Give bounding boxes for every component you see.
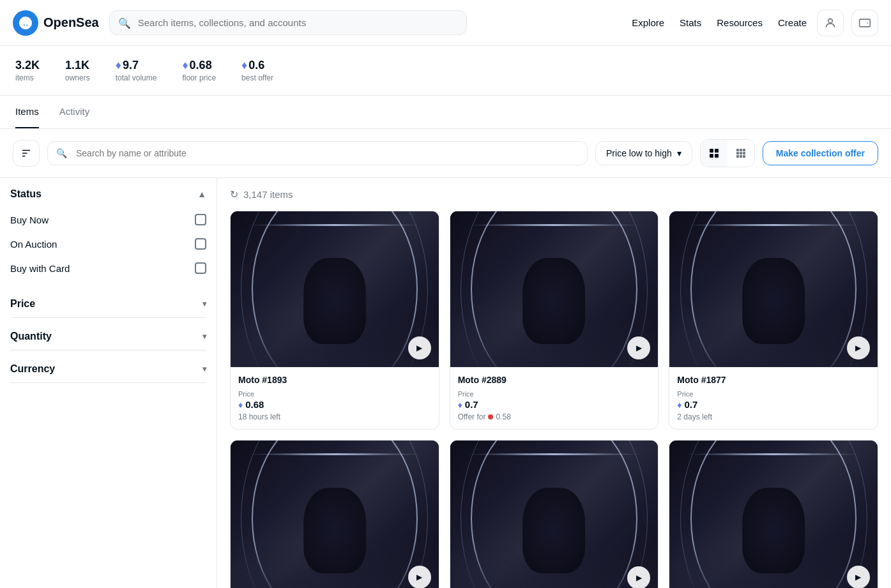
nft-name-1: Moto #2889 [458,375,651,385]
offer-label-1: Offer for [458,412,486,421]
status-title-text: Status [10,188,42,200]
filter-buy-with-card-label: Buy with Card [10,263,70,274]
svg-rect-8 [715,154,719,158]
filter-toggle-button[interactable] [13,140,40,167]
status-chevron-icon: ▲ [197,189,206,199]
price-section-header[interactable]: Price ▾ [10,290,206,318]
quantity-section-header[interactable]: Quantity ▾ [10,323,206,351]
stats-bar: 3.2K items 1.1K owners ♦9.7 total volume… [0,46,891,96]
refresh-icon[interactable]: ↻ [230,188,238,200]
main-layout: Status ▲ Buy Now On Auction Buy with Car… [0,178,891,588]
currency-section-label: Currency [10,363,55,375]
wallet-button[interactable] [851,10,878,36]
quantity-filter-section: Quantity ▾ [10,323,206,351]
sidebar: Status ▲ Buy Now On Auction Buy with Car… [0,178,217,588]
nft-card-4[interactable]: ▶ [450,440,659,588]
stat-floor-value: ♦0.68 [182,59,216,72]
svg-rect-9 [736,149,739,151]
nft-sub-2: 2 days left [677,412,870,421]
nft-card-3[interactable]: ▶ [230,440,439,588]
svg-rect-12 [736,152,739,155]
logo-link[interactable]: OpenSea [13,10,99,36]
filter-buy-with-card[interactable]: Buy with Card [10,256,206,280]
eth-icon-1: ♦ [458,400,462,410]
nav-stats[interactable]: Stats [680,17,701,28]
svg-rect-13 [740,152,742,155]
currency-chevron-icon: ▾ [202,365,206,373]
play-button-3[interactable]: ▶ [408,566,431,588]
profile-button[interactable] [817,10,844,36]
quantity-section-label: Quantity [10,331,52,342]
nft-info-2: Moto #1877 Price ♦ 0.7 2 days left [669,367,878,429]
nft-price-2: ♦ 0.7 [677,399,870,410]
svg-rect-11 [743,149,745,151]
filter-buy-now[interactable]: Buy Now [10,207,206,232]
items-count-bar: ↻ 3,147 items [230,188,878,200]
filter-buy-now-checkbox[interactable] [195,214,206,225]
grid-large-button[interactable] [701,140,727,167]
nft-card-0[interactable]: ▶ Moto #1893 Price ♦ 0.68 18 hours left [230,211,439,430]
tab-items[interactable]: Items [15,96,39,128]
stat-floor-label: floor price [182,73,216,82]
nft-price-1: ♦ 0.7 [458,399,651,410]
navbar: OpenSea 🔍 Explore Stats Resources Create [0,0,891,46]
filter-on-auction-checkbox[interactable] [195,238,206,250]
content-area: ↻ 3,147 items ▶ Moto #1 [217,178,891,588]
global-search-input[interactable] [109,10,467,35]
play-button-5[interactable]: ▶ [847,566,870,588]
toolbar: 🔍 Price low to high ▾ [0,129,891,178]
offer-dot-1 [488,414,493,419]
svg-rect-16 [740,155,742,158]
status-section-header[interactable]: Status ▲ [10,188,206,200]
nft-card-1[interactable]: ▶ Moto #2889 Price ♦ 0.7 Offer for 0.58 [450,211,659,430]
play-button-4[interactable]: ▶ [627,566,650,589]
grid-view-toggle [700,139,755,167]
grid-small-button[interactable] [727,140,754,167]
filter-buy-with-card-checkbox[interactable] [195,262,206,274]
nft-image-4: ▶ [450,441,659,588]
svg-rect-14 [743,152,745,155]
svg-rect-15 [736,155,739,158]
nft-name-0: Moto #1893 [238,375,431,385]
stat-best-offer: ♦0.6 best offer [241,59,273,82]
logo-text: OpenSea [43,15,99,30]
nav-create[interactable]: Create [778,17,807,28]
tab-activity[interactable]: Activity [59,96,90,128]
stat-volume-value: ♦9.7 [116,59,157,72]
nft-price-label-1: Price [458,390,651,398]
nft-image-3: ▶ [231,441,439,588]
status-filter-section: Status ▲ Buy Now On Auction Buy with Car… [10,188,206,280]
nft-price-value-2: 0.7 [684,399,697,410]
nft-sub-1: Offer for 0.58 [458,412,651,421]
stat-volume-label: total volume [116,73,157,82]
sort-dropdown[interactable]: Price low to high ▾ [595,141,692,165]
stat-items: 3.2K items [15,59,40,82]
stat-total-volume: ♦9.7 total volume [116,59,157,82]
nft-price-value-0: 0.68 [245,399,264,410]
navbar-icons [817,10,878,36]
item-search-icon: 🔍 [56,148,67,158]
nav-links: Explore Stats Resources Create [632,17,807,28]
nav-explore[interactable]: Explore [632,17,664,28]
nft-card-2[interactable]: ▶ Moto #1877 Price ♦ 0.7 2 days left [669,211,878,430]
eth-icon-2: ♦ [677,400,682,410]
price-filter-section: Price ▾ [10,290,206,318]
nav-resources[interactable]: Resources [717,17,763,28]
nft-image-1: ▶ [450,211,659,367]
item-search-input[interactable] [47,141,588,165]
nft-info-1: Moto #2889 Price ♦ 0.7 Offer for 0.58 [450,367,659,429]
svg-rect-6 [715,149,719,153]
play-button-2[interactable]: ▶ [847,336,870,359]
play-button-0[interactable]: ▶ [408,336,431,359]
filter-on-auction[interactable]: On Auction [10,232,206,256]
collection-tabs: Items Activity [0,96,891,129]
stat-floor-price: ♦0.68 floor price [182,59,216,82]
svg-point-0 [828,19,833,23]
nft-card-5[interactable]: ▶ [669,440,878,588]
filter-buy-now-label: Buy Now [10,215,49,225]
nft-price-label-0: Price [238,390,431,398]
stat-owners-value: 1.1K [65,59,90,72]
currency-section-header[interactable]: Currency ▾ [10,356,206,383]
make-collection-offer-button[interactable]: Make collection offer [763,141,878,165]
nft-image-5: ▶ [669,441,878,588]
